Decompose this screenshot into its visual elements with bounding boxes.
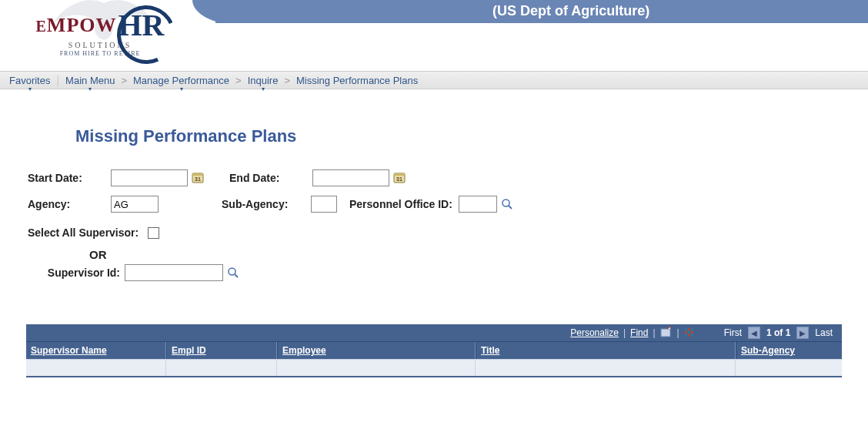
svg-rect-4 — [394, 173, 405, 176]
svg-rect-20 — [691, 334, 693, 337]
prev-page-button[interactable]: ◀ — [748, 327, 760, 339]
svg-rect-16 — [688, 331, 690, 334]
poid-input[interactable] — [459, 196, 497, 213]
svg-point-6 — [502, 200, 509, 206]
calendar-icon[interactable]: 31 — [191, 171, 205, 185]
zoom-icon[interactable] — [660, 327, 673, 339]
end-date-label: End Date: — [229, 172, 312, 184]
page-indicator: 1 of 1 — [763, 327, 793, 338]
svg-rect-14 — [691, 328, 693, 330]
search-form: Start Date: 31 End Date: 31 Agency: Sub-… — [28, 169, 868, 281]
supervisor-id-input[interactable] — [125, 264, 223, 281]
grid-toolbar: Personalize | Find | | First ◀ 1 of 1 ▶ … — [26, 324, 842, 341]
select-all-supervisor-checkbox[interactable] — [148, 227, 159, 239]
cell-employee — [277, 360, 476, 376]
banner-curve — [192, 0, 262, 25]
svg-rect-18 — [685, 334, 687, 337]
sub-agency-input[interactable] — [311, 196, 337, 213]
page-title: Missing Performance Plans — [75, 126, 868, 146]
breadcrumb-sep: > — [234, 75, 243, 86]
app-logo: EEMPOWMPOW HR SOLUTIONS FROM HIRE TO RET… — [19, 0, 181, 69]
breadcrumb-favorites[interactable]: Favorites — [5, 75, 55, 86]
col-sub-agency[interactable]: Sub-Agency — [736, 342, 842, 359]
svg-point-8 — [229, 268, 235, 275]
svg-rect-17 — [691, 331, 693, 334]
or-separator: OR — [89, 248, 868, 261]
download-icon[interactable] — [684, 327, 696, 339]
org-title: (US Dept of Agriculture) — [492, 3, 649, 19]
svg-rect-15 — [685, 331, 687, 334]
toolbar-sep: | — [676, 327, 681, 338]
svg-rect-1 — [192, 173, 203, 176]
svg-rect-13 — [688, 328, 690, 330]
cell-emplid — [166, 360, 277, 376]
breadcrumb-sep: > — [119, 75, 129, 86]
breadcrumb-current: Missing Performance Plans — [292, 75, 422, 86]
col-empl-id[interactable]: Empl ID — [166, 342, 277, 359]
toolbar-sep: | — [651, 327, 656, 338]
svg-rect-10 — [661, 329, 670, 337]
search-icon[interactable] — [500, 197, 514, 211]
cell-subagency — [736, 360, 842, 376]
svg-line-9 — [235, 274, 238, 277]
col-supervisor-name[interactable]: Supervisor Name — [26, 342, 166, 359]
first-link[interactable]: First — [721, 327, 745, 338]
svg-text:31: 31 — [396, 176, 402, 182]
supervisor-id-label: Supervisor Id: — [28, 267, 120, 279]
sub-agency-label: Sub-Agency: — [222, 198, 311, 210]
table-row — [26, 359, 842, 377]
breadcrumb-sep: | — [55, 74, 61, 86]
start-date-label: Start Date: — [28, 172, 111, 184]
agency-label: Agency: — [28, 198, 111, 210]
header-banner: (US Dept of Agriculture) EEMPOWMPOW HR S… — [0, 0, 868, 71]
calendar-icon[interactable]: 31 — [392, 171, 406, 185]
grid-header-row: Supervisor Name Empl ID Employee Title S… — [26, 341, 842, 359]
agency-input[interactable] — [111, 196, 159, 213]
col-title[interactable]: Title — [476, 342, 736, 359]
svg-rect-19 — [688, 334, 690, 337]
end-date-input[interactable] — [312, 169, 389, 186]
breadcrumb: Favorites | Main Menu > Manage Performan… — [0, 71, 868, 89]
personalize-link[interactable]: Personalize — [570, 327, 619, 338]
cell-supervisor — [26, 360, 166, 376]
cell-title — [476, 360, 736, 376]
toolbar-sep: | — [622, 327, 627, 338]
next-page-button[interactable]: ▶ — [796, 327, 809, 339]
breadcrumb-manage-performance[interactable]: Manage Performance — [129, 75, 234, 86]
grid-pager: First ◀ 1 of 1 ▶ Last — [721, 327, 836, 339]
svg-text:31: 31 — [195, 176, 201, 182]
svg-line-7 — [509, 206, 512, 209]
breadcrumb-sep: > — [282, 75, 292, 86]
search-icon[interactable] — [226, 266, 240, 280]
col-employee[interactable]: Employee — [277, 342, 476, 359]
breadcrumb-main-menu[interactable]: Main Menu — [61, 75, 119, 86]
breadcrumb-inquire[interactable]: Inquire — [243, 75, 283, 86]
last-link[interactable]: Last — [812, 327, 836, 338]
poid-label: Personnel Office ID: — [349, 198, 452, 210]
find-link[interactable]: Find — [630, 327, 648, 338]
results-grid: Personalize | Find | | First ◀ 1 of 1 ▶ … — [26, 324, 842, 377]
select-all-supervisor-label: Select All Supervisor: — [28, 226, 139, 239]
logo-text-empow: EEMPOWMPOW — [36, 14, 117, 37]
svg-rect-12 — [685, 328, 687, 330]
start-date-input[interactable] — [111, 169, 188, 186]
